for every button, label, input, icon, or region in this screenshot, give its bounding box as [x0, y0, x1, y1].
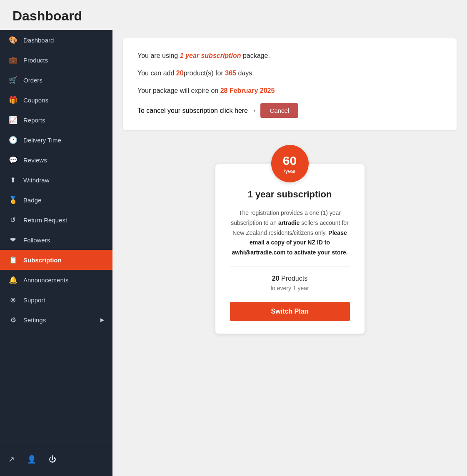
page-title: Dashboard	[0, 0, 467, 30]
sidebar-item-announcements[interactable]: 🔔Announcements	[0, 270, 112, 290]
plan-duration: In every 1 year	[230, 285, 350, 292]
reviews-icon: 💬	[8, 155, 17, 164]
sidebar-item-products[interactable]: 💼Products	[0, 50, 112, 70]
per-year-label: /year	[284, 168, 296, 174]
orders-icon: 🛒	[8, 75, 17, 85]
sidebar-label-dashboard: Dashboard	[23, 37, 54, 44]
settings-icon: ⚙	[8, 315, 17, 324]
cancel-row: To cancel your subscription click here →…	[137, 103, 442, 118]
subscription-line3: Your package will expire on 28 February …	[137, 86, 442, 96]
products-icon: 💼	[8, 55, 17, 65]
external-link-icon[interactable]: ↗	[8, 455, 15, 464]
return-request-icon: ↺	[8, 215, 17, 224]
switch-plan-button[interactable]: Switch Plan	[230, 302, 350, 321]
sidebar-item-delivery-time[interactable]: 🕐Delivery Time	[0, 130, 112, 150]
user-icon[interactable]: 👤	[27, 455, 36, 464]
sidebar-label-withdraw: Withdraw	[23, 177, 50, 184]
subscription-line2: You can add 20product(s) for 365 days.	[137, 68, 442, 78]
sidebar-item-badge[interactable]: 🏅Badge	[0, 190, 112, 210]
sidebar-label-delivery-time: Delivery Time	[23, 137, 61, 144]
support-icon: ⊗	[8, 295, 17, 304]
coupons-icon: 🎁	[8, 95, 17, 105]
subscription-info-card: You are using 1 year subscription packag…	[123, 38, 457, 130]
sidebar-label-products: Products	[23, 57, 48, 64]
sidebar-item-orders[interactable]: 🛒Orders	[0, 70, 112, 90]
sidebar-item-support[interactable]: ⊗Support	[0, 290, 112, 310]
sidebar-label-subscription: Subscription	[23, 257, 62, 264]
sidebar-item-reports[interactable]: 📈Reports	[0, 110, 112, 130]
power-icon[interactable]: ⏻	[49, 455, 56, 464]
sidebar-label-reviews: Reviews	[23, 157, 47, 164]
sidebar-item-coupons[interactable]: 🎁Coupons	[0, 90, 112, 110]
plan-products: 20 Products	[230, 275, 350, 282]
sidebar-item-return-request[interactable]: ↺Return Request	[0, 210, 112, 230]
plan-description: The registration provides a one (1) year…	[230, 208, 350, 258]
followers-icon: ❤	[8, 235, 17, 244]
sidebar-label-followers: Followers	[23, 237, 50, 244]
sidebar-item-reviews[interactable]: 💬Reviews	[0, 150, 112, 170]
cancel-button[interactable]: Cancel	[260, 103, 298, 118]
reports-icon: 📈	[8, 115, 17, 125]
sidebar-label-reports: Reports	[23, 117, 45, 124]
main-content: You are using 1 year subscription packag…	[112, 30, 467, 476]
sidebar-label-settings: Settings	[23, 317, 46, 324]
withdraw-icon: ⬆	[8, 175, 17, 184]
sidebar: 🎨Dashboard💼Products🛒Orders🎁Coupons📈Repor…	[0, 30, 112, 476]
sidebar-label-orders: Orders	[23, 77, 42, 84]
sidebar-item-dashboard[interactable]: 🎨Dashboard	[0, 30, 112, 50]
plan-card-wrapper: 60 /year 1 year subscription The registr…	[215, 145, 365, 334]
cancel-text: To cancel your subscription click here →	[137, 107, 256, 115]
sidebar-label-coupons: Coupons	[23, 97, 48, 104]
plan-divider	[230, 266, 350, 267]
price-badge: 60 /year	[271, 145, 309, 182]
plan-card: 1 year subscription The registration pro…	[215, 164, 365, 334]
sidebar-label-support: Support	[23, 297, 45, 304]
plan-title: 1 year subscription	[230, 189, 350, 200]
subscription-icon: 📋	[8, 255, 17, 264]
sidebar-item-subscription[interactable]: 📋Subscription	[0, 250, 112, 270]
sidebar-label-return-request: Return Request	[23, 217, 67, 224]
sidebar-item-followers[interactable]: ❤Followers	[0, 230, 112, 250]
sidebar-label-announcements: Announcements	[23, 277, 68, 284]
dashboard-icon: 🎨	[8, 35, 17, 45]
delivery-time-icon: 🕐	[8, 135, 17, 145]
announcements-icon: 🔔	[8, 275, 17, 284]
price-amount: 60	[283, 154, 297, 168]
sidebar-bottom: ↗ 👤 ⏻	[0, 447, 112, 471]
badge-icon: 🏅	[8, 195, 17, 204]
sidebar-item-settings[interactable]: ⚙Settings▶	[0, 310, 112, 330]
subscription-line1: You are using 1 year subscription packag…	[137, 51, 442, 61]
settings-arrow-icon: ▶	[100, 317, 104, 323]
sidebar-label-badge: Badge	[23, 197, 41, 204]
sidebar-item-withdraw[interactable]: ⬆Withdraw	[0, 170, 112, 190]
plan-section: 60 /year 1 year subscription The registr…	[123, 141, 457, 334]
